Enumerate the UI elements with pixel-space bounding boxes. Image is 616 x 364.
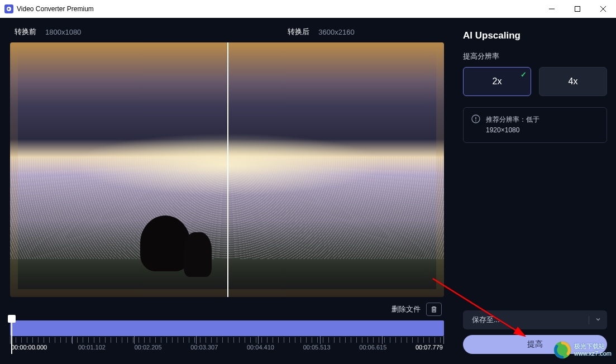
close-button[interactable]: [590, 0, 616, 18]
before-value: 1800x1080: [45, 28, 81, 36]
time-label: 00:00:00.000: [11, 344, 49, 351]
timeline-labels: 00:00:00.000 00:01.102 00:02.205 00:03.3…: [10, 344, 444, 351]
scale-4x-button[interactable]: 4x: [539, 67, 607, 96]
before-label: 转换前: [15, 27, 36, 37]
scale-label: 4x: [569, 76, 578, 87]
timeline-track[interactable]: [10, 320, 444, 336]
after-label: 转换后: [288, 27, 309, 37]
video-preview[interactable]: [10, 42, 444, 297]
titlebar: Video Converter Premium: [0, 0, 616, 18]
save-to-label: 保存至...: [472, 315, 500, 325]
time-label: 00:01.102: [78, 344, 106, 351]
delete-file-label: 删除文件: [391, 304, 421, 314]
after-value: 3600x2160: [318, 28, 354, 36]
enhance-button[interactable]: 提高: [463, 335, 607, 354]
recommendation-box: 推荐分辨率：低于 1920×1080: [463, 107, 607, 143]
chevron-down-icon: [589, 316, 601, 324]
svg-point-8: [475, 121, 476, 122]
scale-2x-button[interactable]: ✓ 2x: [463, 67, 531, 96]
time-label: 00:06.615: [359, 344, 386, 351]
scale-label: 2x: [493, 76, 502, 87]
info-icon: [471, 114, 480, 123]
resolution-header: 转换前 1800x1080 转换后 3600x2160: [10, 25, 444, 42]
minimize-button[interactable]: [539, 0, 565, 18]
comparison-divider[interactable]: [227, 42, 228, 297]
enhance-label: 提高: [527, 339, 543, 349]
save-to-dropdown[interactable]: 保存至...: [463, 310, 607, 329]
playhead-line: [11, 320, 12, 354]
time-label: 00:03.307: [190, 344, 218, 351]
info-line2: 1920×1080: [486, 125, 539, 136]
info-line1: 推荐分辨率：低于: [486, 114, 539, 125]
check-icon: ✓: [521, 70, 527, 79]
time-label: 00:07.779: [416, 344, 443, 351]
resolution-section-label: 提高分辨率: [463, 51, 607, 61]
time-label: 00:05.513: [303, 344, 331, 351]
timeline[interactable]: 00:00:00.000 00:01.102 00:02.205 00:03.3…: [10, 320, 444, 354]
time-label: 00:04.410: [247, 344, 274, 351]
svg-rect-3: [575, 7, 580, 12]
window-title: Video Converter Premium: [17, 5, 539, 13]
trash-icon[interactable]: [426, 303, 442, 316]
panel-title: AI Upscaling: [463, 30, 607, 41]
maximize-button[interactable]: [565, 0, 590, 18]
app-icon: [4, 4, 13, 13]
time-label: 00:02.205: [135, 344, 162, 351]
